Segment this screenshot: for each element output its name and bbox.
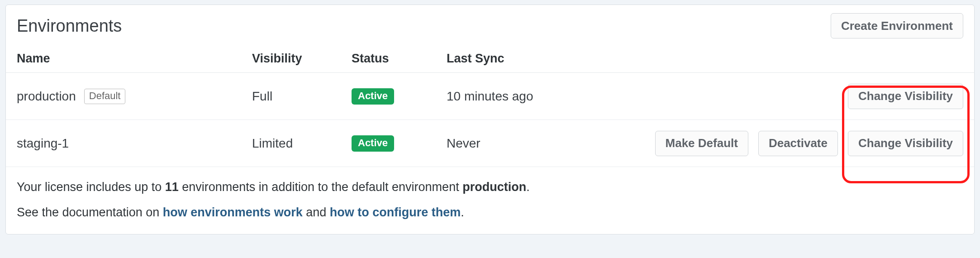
- last-sync-value: Never: [447, 136, 655, 151]
- column-last-sync: Last Sync: [447, 52, 963, 66]
- deactivate-button[interactable]: Deactivate: [758, 131, 838, 156]
- make-default-button[interactable]: Make Default: [655, 131, 748, 156]
- docs-line: See the documentation on how environment…: [17, 203, 963, 222]
- column-name: Name: [17, 52, 252, 66]
- change-visibility-button[interactable]: Change Visibility: [848, 131, 963, 156]
- panel-header: Environments Create Environment: [6, 5, 974, 45]
- visibility-value: Limited: [252, 136, 352, 151]
- change-visibility-button[interactable]: Change Visibility: [848, 84, 963, 109]
- last-sync-value: 10 minutes ago: [447, 89, 848, 104]
- panel-footer: Your license includes up to 11 environme…: [6, 167, 974, 234]
- page-title: Environments: [17, 16, 122, 36]
- environments-panel: Environments Create Environment Name Vis…: [5, 5, 975, 234]
- environment-name: staging-1: [17, 136, 69, 151]
- table-row: production Default Full Active 10 minute…: [6, 73, 974, 120]
- environment-name: production: [17, 89, 76, 104]
- column-header-row: Name Visibility Status Last Sync: [6, 45, 974, 73]
- license-info-line: Your license includes up to 11 environme…: [17, 178, 963, 197]
- column-visibility: Visibility: [252, 52, 352, 66]
- column-status: Status: [352, 52, 447, 66]
- create-environment-button[interactable]: Create Environment: [831, 13, 963, 38]
- status-badge: Active: [352, 88, 394, 105]
- docs-link-how-work[interactable]: how environments work: [163, 205, 303, 219]
- status-badge: Active: [352, 135, 394, 152]
- docs-link-configure[interactable]: how to configure them: [330, 205, 461, 219]
- table-row: staging-1 Limited Active Never Make Defa…: [6, 120, 974, 167]
- default-badge: Default: [84, 89, 126, 104]
- visibility-value: Full: [252, 89, 352, 104]
